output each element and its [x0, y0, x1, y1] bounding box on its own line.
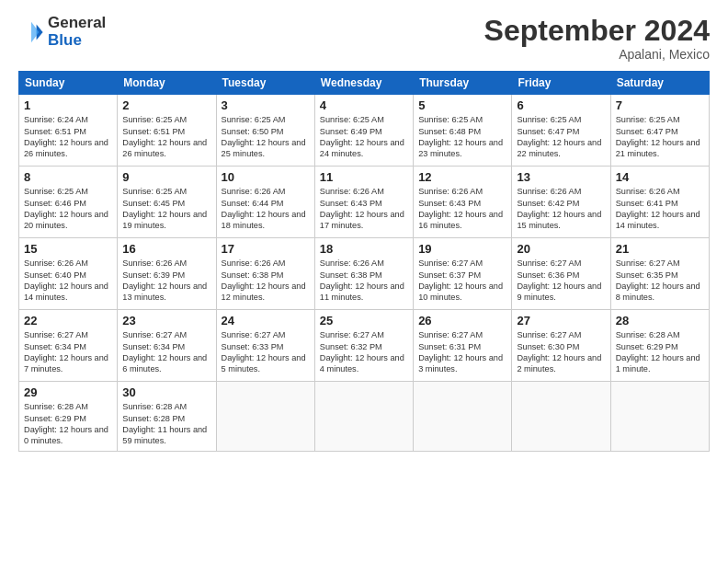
- table-row: 10 Sunrise: 6:26 AMSunset: 6:44 PMDaylig…: [216, 167, 314, 238]
- col-sunday: Sunday: [19, 72, 118, 95]
- col-friday: Friday: [512, 72, 610, 95]
- day-info: Sunrise: 6:26 AMSunset: 6:43 PMDaylight:…: [320, 187, 404, 230]
- day-info: Sunrise: 6:26 AMSunset: 6:44 PMDaylight:…: [222, 187, 306, 230]
- table-row: 26 Sunrise: 6:27 AMSunset: 6:31 PMDaylig…: [414, 310, 512, 382]
- day-info: Sunrise: 6:27 AMSunset: 6:35 PMDaylight:…: [616, 259, 700, 302]
- col-monday: Monday: [118, 72, 216, 95]
- table-row: 7 Sunrise: 6:25 AMSunset: 6:47 PMDayligh…: [610, 95, 709, 167]
- day-info: Sunrise: 6:26 AMSunset: 6:43 PMDaylight:…: [418, 187, 503, 230]
- table-row: 18 Sunrise: 6:26 AMSunset: 6:38 PMDaylig…: [314, 238, 413, 310]
- calendar-header-row: Sunday Monday Tuesday Wednesday Thursday…: [19, 72, 710, 95]
- day-number: 7: [616, 98, 704, 112]
- day-number: 22: [24, 314, 112, 327]
- day-info: Sunrise: 6:28 AMSunset: 6:29 PMDaylight:…: [24, 402, 108, 445]
- calendar: Sunday Monday Tuesday Wednesday Thursday…: [18, 71, 710, 452]
- day-number: 21: [616, 242, 704, 256]
- day-number: 17: [222, 242, 310, 256]
- title-block: September 2024 Apalani, Mexico: [484, 15, 710, 62]
- day-info: Sunrise: 6:25 AMSunset: 6:50 PMDaylight:…: [222, 115, 306, 158]
- day-number: 25: [320, 314, 408, 327]
- day-number: 16: [122, 242, 210, 256]
- day-number: 23: [122, 314, 210, 327]
- page: General Blue September 2024 Apalani, Mex…: [0, 0, 728, 563]
- day-number: 28: [616, 314, 704, 327]
- day-info: Sunrise: 6:27 AMSunset: 6:33 PMDaylight:…: [222, 330, 306, 373]
- day-number: 24: [222, 314, 310, 327]
- day-number: 4: [320, 98, 408, 112]
- day-number: 11: [320, 170, 408, 184]
- logo-blue-label: Blue: [48, 32, 106, 50]
- table-row: 19 Sunrise: 6:27 AMSunset: 6:37 PMDaylig…: [414, 238, 512, 310]
- table-row: 24 Sunrise: 6:27 AMSunset: 6:33 PMDaylig…: [216, 310, 314, 382]
- header: General Blue September 2024 Apalani, Mex…: [18, 15, 710, 62]
- table-row: 23 Sunrise: 6:27 AMSunset: 6:34 PMDaylig…: [118, 310, 216, 382]
- day-info: Sunrise: 6:26 AMSunset: 6:41 PMDaylight:…: [616, 187, 700, 230]
- col-tuesday: Tuesday: [216, 72, 314, 95]
- day-info: Sunrise: 6:27 AMSunset: 6:37 PMDaylight:…: [418, 259, 503, 302]
- day-info: Sunrise: 6:27 AMSunset: 6:34 PMDaylight:…: [122, 330, 207, 373]
- table-row: 3 Sunrise: 6:25 AMSunset: 6:50 PMDayligh…: [216, 95, 314, 167]
- logo-text: General Blue: [48, 15, 106, 49]
- day-info: Sunrise: 6:25 AMSunset: 6:48 PMDaylight:…: [418, 115, 503, 158]
- day-info: Sunrise: 6:27 AMSunset: 6:30 PMDaylight:…: [517, 330, 601, 373]
- table-row: 6 Sunrise: 6:25 AMSunset: 6:47 PMDayligh…: [512, 95, 610, 167]
- empty-cell: [216, 382, 314, 452]
- table-row: 16 Sunrise: 6:26 AMSunset: 6:39 PMDaylig…: [118, 238, 216, 310]
- col-saturday: Saturday: [610, 72, 709, 95]
- calendar-week-row: 15 Sunrise: 6:26 AMSunset: 6:40 PMDaylig…: [19, 238, 710, 310]
- calendar-week-row: 8 Sunrise: 6:25 AMSunset: 6:46 PMDayligh…: [19, 167, 710, 238]
- table-row: 2 Sunrise: 6:25 AMSunset: 6:51 PMDayligh…: [118, 95, 216, 167]
- table-row: 9 Sunrise: 6:25 AMSunset: 6:45 PMDayligh…: [118, 167, 216, 238]
- day-number: 13: [517, 170, 605, 184]
- day-number: 3: [222, 98, 310, 112]
- day-number: 26: [418, 314, 506, 327]
- table-row: 17 Sunrise: 6:26 AMSunset: 6:38 PMDaylig…: [216, 238, 314, 310]
- col-thursday: Thursday: [414, 72, 512, 95]
- day-info: Sunrise: 6:25 AMSunset: 6:47 PMDaylight:…: [517, 115, 601, 158]
- day-number: 2: [122, 98, 210, 112]
- table-row: 12 Sunrise: 6:26 AMSunset: 6:43 PMDaylig…: [414, 167, 512, 238]
- day-info: Sunrise: 6:28 AMSunset: 6:28 PMDaylight:…: [122, 402, 207, 445]
- day-info: Sunrise: 6:26 AMSunset: 6:39 PMDaylight:…: [122, 259, 207, 302]
- empty-cell: [512, 382, 610, 452]
- day-info: Sunrise: 6:27 AMSunset: 6:36 PMDaylight:…: [517, 259, 601, 302]
- table-row: 29 Sunrise: 6:28 AMSunset: 6:29 PMDaylig…: [19, 382, 118, 452]
- day-info: Sunrise: 6:28 AMSunset: 6:29 PMDaylight:…: [616, 330, 700, 373]
- calendar-week-row: 22 Sunrise: 6:27 AMSunset: 6:34 PMDaylig…: [19, 310, 710, 382]
- day-number: 19: [418, 242, 506, 256]
- logo: General Blue: [18, 15, 106, 49]
- calendar-week-row: 1 Sunrise: 6:24 AMSunset: 6:51 PMDayligh…: [19, 95, 710, 167]
- table-row: 27 Sunrise: 6:27 AMSunset: 6:30 PMDaylig…: [512, 310, 610, 382]
- calendar-week-row: 29 Sunrise: 6:28 AMSunset: 6:29 PMDaylig…: [19, 382, 710, 452]
- logo-general-label: General: [48, 15, 106, 32]
- table-row: 5 Sunrise: 6:25 AMSunset: 6:48 PMDayligh…: [414, 95, 512, 167]
- day-info: Sunrise: 6:26 AMSunset: 6:38 PMDaylight:…: [320, 259, 404, 302]
- day-number: 18: [320, 242, 408, 256]
- day-number: 20: [517, 242, 605, 256]
- table-row: 21 Sunrise: 6:27 AMSunset: 6:35 PMDaylig…: [610, 238, 709, 310]
- day-number: 5: [418, 98, 506, 112]
- day-info: Sunrise: 6:27 AMSunset: 6:32 PMDaylight:…: [320, 330, 404, 373]
- table-row: 25 Sunrise: 6:27 AMSunset: 6:32 PMDaylig…: [314, 310, 413, 382]
- day-info: Sunrise: 6:26 AMSunset: 6:38 PMDaylight:…: [222, 259, 306, 302]
- day-info: Sunrise: 6:27 AMSunset: 6:31 PMDaylight:…: [418, 330, 503, 373]
- table-row: 8 Sunrise: 6:25 AMSunset: 6:46 PMDayligh…: [19, 167, 118, 238]
- month-title: September 2024: [484, 15, 710, 47]
- svg-marker-1: [31, 21, 39, 41]
- table-row: 22 Sunrise: 6:27 AMSunset: 6:34 PMDaylig…: [19, 310, 118, 382]
- col-wednesday: Wednesday: [314, 72, 413, 95]
- table-row: 30 Sunrise: 6:28 AMSunset: 6:28 PMDaylig…: [118, 382, 216, 452]
- table-row: 14 Sunrise: 6:26 AMSunset: 6:41 PMDaylig…: [610, 167, 709, 238]
- table-row: 4 Sunrise: 6:25 AMSunset: 6:49 PMDayligh…: [314, 95, 413, 167]
- day-number: 6: [517, 98, 605, 112]
- empty-cell: [414, 382, 512, 452]
- day-info: Sunrise: 6:24 AMSunset: 6:51 PMDaylight:…: [24, 115, 108, 158]
- day-number: 27: [517, 314, 605, 327]
- logo-icon: [18, 19, 44, 45]
- day-number: 1: [24, 98, 112, 112]
- day-number: 10: [222, 170, 310, 184]
- day-info: Sunrise: 6:26 AMSunset: 6:40 PMDaylight:…: [24, 259, 108, 302]
- day-number: 8: [24, 170, 112, 184]
- day-info: Sunrise: 6:25 AMSunset: 6:51 PMDaylight:…: [122, 115, 207, 158]
- table-row: 15 Sunrise: 6:26 AMSunset: 6:40 PMDaylig…: [19, 238, 118, 310]
